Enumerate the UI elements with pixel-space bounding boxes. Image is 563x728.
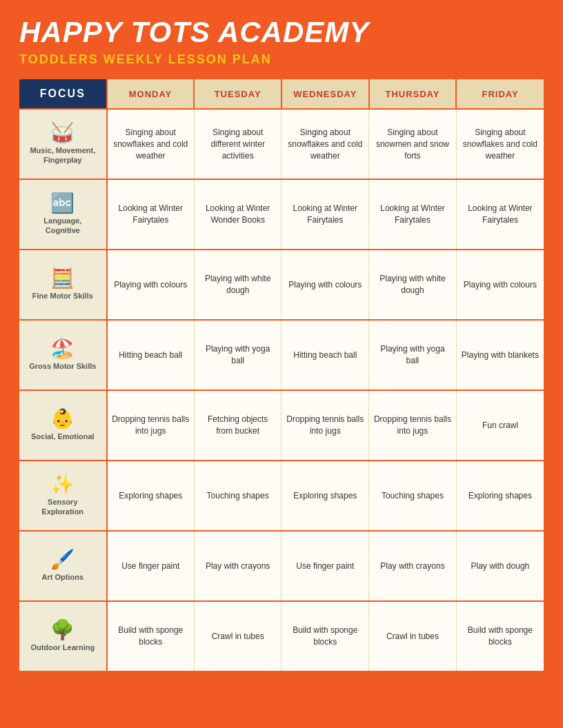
table-row: 🔤Language, CognitiveLooking at Winter Fa… (19, 179, 544, 250)
activity-wednesday: Singing about snowflakes and cold weathe… (282, 109, 369, 179)
table-row: 🧮Fine Motor SkillsPlaying with coloursPl… (19, 250, 544, 320)
page-header: HAPPY TOTS ACADEMY TODDLERS WEEKLY LESSO… (19, 17, 544, 67)
focus-icon: 🧮 (50, 269, 75, 288)
focus-cell: 🥁Music, Movement, Fingerplay (19, 109, 107, 179)
table-row: 🖌️Art OptionsUse finger paintPlay with c… (19, 531, 544, 601)
activity-friday: Play with dough (456, 531, 544, 601)
activity-wednesday: Hitting beach ball (282, 320, 369, 390)
activity-tuesday: Playing with white dough (194, 250, 282, 320)
table-row: 🌳Outdoor LearningBuild with sponge block… (19, 601, 544, 671)
focus-cell: ✨Sensory Exploration (19, 461, 107, 531)
activity-tuesday: Playing with yoga ball (194, 320, 282, 390)
activity-thursday: Touching shapes (369, 461, 457, 531)
col-friday: FRIDAY (456, 79, 544, 109)
activity-monday: Use finger paint (107, 531, 195, 601)
activity-monday: Hitting beach ball (107, 320, 195, 390)
activity-wednesday: Build with sponge blocks (282, 601, 369, 671)
col-wednesday: WEDNESDAY (282, 79, 369, 109)
col-tuesday: TUESDAY (194, 79, 282, 109)
activity-monday: Looking at Winter Fairytales (107, 179, 195, 250)
focus-icon: 🥁 (50, 123, 75, 143)
focus-label: Music, Movement, Fingerplay (26, 145, 99, 165)
focus-icon: 🖌️ (50, 550, 75, 569)
focus-cell: 🔤Language, Cognitive (19, 179, 107, 250)
focus-cell: 🖌️Art Options (19, 531, 107, 601)
activity-monday: Playing with colours (107, 250, 195, 320)
activity-wednesday: Dropping tennis balls into jugs (282, 390, 369, 461)
activity-wednesday: Use finger paint (282, 531, 369, 601)
activity-tuesday: Crawl in tubes (194, 601, 282, 671)
focus-label: Gross Motor Skills (29, 361, 96, 371)
activity-thursday: Singing about snowmen and snow forts (369, 109, 457, 179)
table-row: ✨Sensory ExplorationExploring shapesTouc… (19, 461, 544, 531)
focus-icon: 👶 (50, 410, 75, 429)
col-thursday: THURSDAY (369, 79, 457, 109)
activity-friday: Exploring shapes (456, 461, 544, 531)
col-focus: FOCUS (19, 79, 107, 109)
activity-friday: Singing about snowflakes and cold weathe… (456, 109, 544, 179)
activity-friday: Build with sponge blocks (456, 601, 544, 671)
focus-cell: 🌳Outdoor Learning (19, 601, 107, 671)
activity-thursday: Playing with yoga ball (369, 320, 457, 390)
activity-monday: Exploring shapes (107, 461, 195, 531)
activity-thursday: Looking at Winter Fairytales (369, 179, 457, 250)
focus-label: Sensory Exploration (26, 497, 99, 517)
focus-label: Fine Motor Skills (32, 291, 93, 301)
focus-icon: 🌳 (50, 620, 75, 640)
activity-monday: Dropping tennis balls into jugs (107, 390, 195, 461)
activity-friday: Playing with blankets (456, 320, 544, 390)
activity-friday: Looking at Winter Fairytales (456, 179, 544, 250)
focus-label: Language, Cognitive (26, 216, 99, 236)
focus-label: Art Options (42, 572, 84, 582)
focus-cell: 🏖️Gross Motor Skills (19, 320, 107, 390)
table-row: 👶Social, EmotionalDropping tennis balls … (19, 390, 544, 461)
activity-tuesday: Looking at Winter Wonder Books (194, 179, 282, 250)
focus-label: Social, Emotional (31, 432, 95, 441)
activity-wednesday: Exploring shapes (282, 461, 369, 531)
col-monday: MONDAY (107, 79, 195, 109)
activity-monday: Singing about snowflakes and cold weathe… (107, 109, 195, 179)
activity-tuesday: Fetching objects from bucket (194, 390, 282, 461)
focus-icon: 🔤 (50, 194, 75, 213)
table-row: 🏖️Gross Motor SkillsHitting beach ballPl… (19, 320, 544, 390)
activity-friday: Playing with colours (456, 250, 544, 320)
activity-wednesday: Looking at Winter Fairytales (282, 179, 369, 250)
table-header-row: FOCUS MONDAY TUESDAY WEDNESDAY THURSDAY … (19, 79, 544, 109)
focus-label: Outdoor Learning (30, 643, 95, 652)
lesson-plan-table: FOCUS MONDAY TUESDAY WEDNESDAY THURSDAY … (19, 79, 544, 671)
activity-tuesday: Play with crayons (194, 531, 282, 601)
focus-icon: 🏖️ (50, 339, 75, 358)
focus-icon: ✨ (50, 475, 75, 494)
page-subtitle: TODDLERS WEEKLY LESSON PLAN (19, 52, 369, 67)
activity-thursday: Dropping tennis balls into jugs (369, 390, 457, 461)
activity-wednesday: Playing with colours (282, 250, 369, 320)
table-row: 🥁Music, Movement, FingerplaySinging abou… (19, 109, 544, 179)
activity-thursday: Play with crayons (369, 531, 457, 601)
activity-tuesday: Singing about different winter activitie… (194, 109, 282, 179)
activity-monday: Build with sponge blocks (107, 601, 195, 671)
lesson-plan-table-wrapper: FOCUS MONDAY TUESDAY WEDNESDAY THURSDAY … (19, 79, 544, 671)
activity-friday: Fun crawl (456, 390, 544, 461)
page-title: HAPPY TOTS ACADEMY (19, 17, 369, 48)
activity-thursday: Playing with white dough (369, 250, 457, 320)
activity-tuesday: Touching shapes (194, 461, 282, 531)
focus-cell: 🧮Fine Motor Skills (19, 250, 107, 320)
activity-thursday: Crawl in tubes (369, 601, 457, 671)
focus-cell: 👶Social, Emotional (19, 390, 107, 461)
